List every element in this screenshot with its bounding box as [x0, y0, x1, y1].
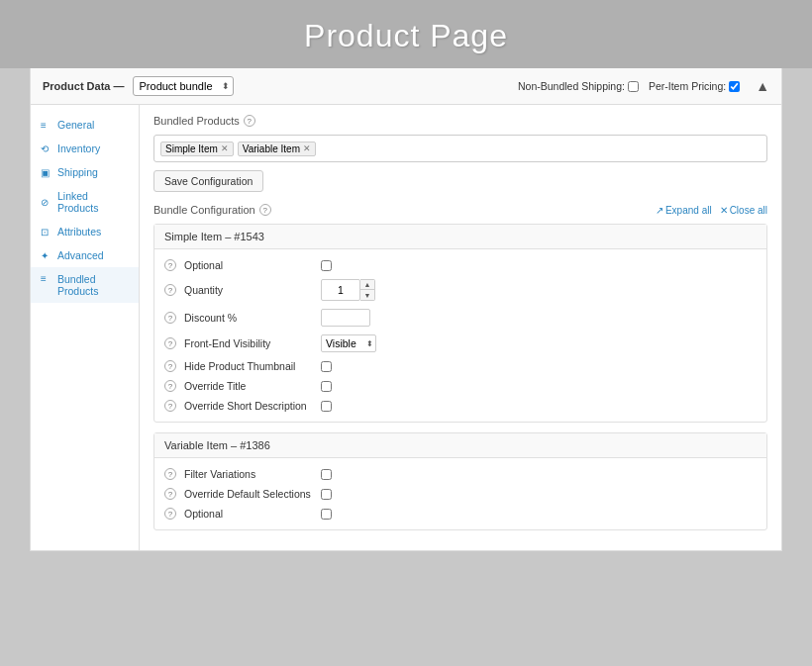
optional1-label: Optional: [184, 259, 313, 271]
optional2-help-icon[interactable]: ?: [164, 508, 176, 520]
override-title1-help-icon[interactable]: ?: [164, 380, 176, 392]
visibility1-label: Front-End Visibility: [184, 337, 313, 349]
bundle-item-variable: Variable Item – #1386 ? Filter Variation…: [153, 432, 767, 530]
filter-variations-checkbox[interactable]: [321, 469, 332, 480]
sidebar-item-inventory[interactable]: ⟲ Inventory: [31, 137, 139, 160]
tag-simple-item: Simple Item ✕: [160, 142, 234, 156]
shipping-icon: ▣: [41, 167, 52, 178]
quantity1-up[interactable]: ▲: [360, 280, 374, 290]
close-icon: ✕: [720, 205, 728, 216]
tag-simple-remove[interactable]: ✕: [221, 143, 229, 153]
collapse-icon[interactable]: ▲: [756, 78, 769, 94]
per-item-pricing-checkbox[interactable]: [729, 81, 740, 92]
bundle-item-simple: Simple Item – #1543 ? Optional ? Quantit…: [153, 224, 767, 423]
tags-input[interactable]: Simple Item ✕ Variable Item ✕: [153, 135, 767, 162]
tag-simple-label: Simple Item: [165, 143, 218, 154]
sidebar-item-shipping[interactable]: ▣ Shipping: [31, 160, 139, 184]
field-row-filter-variations: ? Filter Variations: [164, 464, 757, 484]
visibility1-wrapper[interactable]: Visible Hidden: [321, 334, 376, 352]
filter-variations-help-icon[interactable]: ?: [164, 468, 176, 480]
quantity1-input[interactable]: [321, 279, 360, 301]
hide-thumbnail1-label: Hide Product Thumbnail: [184, 360, 313, 372]
discount1-input[interactable]: [321, 309, 370, 327]
field-row-override-title1: ? Override Title: [164, 376, 757, 396]
page-header: Product Page: [0, 0, 812, 68]
quantity1-arrows: ▲ ▼: [360, 279, 375, 301]
sidebar-item-attributes[interactable]: ⊡ Attributes: [31, 220, 139, 243]
sidebar-item-advanced[interactable]: ✦ Advanced: [31, 243, 139, 267]
linked-products-icon: ⊘: [41, 197, 52, 208]
inventory-icon: ⟲: [41, 143, 52, 154]
override-desc1-checkbox[interactable]: [321, 401, 332, 412]
optional2-label: Optional: [184, 508, 313, 520]
bar-options: Non-Bundled Shipping: Per-Item Pricing: …: [518, 78, 769, 94]
bundle-config-title: Bundle Configuration ?: [153, 204, 271, 216]
bundle-item-variable-header: Variable Item – #1386: [154, 433, 766, 458]
bundle-item-simple-body: ? Optional ? Quantity ▲ ▼: [154, 249, 766, 422]
save-config-button[interactable]: Save Configuration: [153, 170, 263, 192]
sidebar-label-general: General: [57, 119, 94, 131]
optional1-help-icon[interactable]: ?: [164, 259, 176, 271]
bundled-products-icon: ≡: [41, 273, 52, 284]
product-data-label: Product Data —: [43, 80, 125, 92]
optional2-checkbox[interactable]: [321, 509, 332, 520]
expand-all-link[interactable]: ↗ Expand all: [656, 205, 712, 216]
tag-variable-remove[interactable]: ✕: [303, 143, 311, 153]
sidebar-item-bundled-products[interactable]: ≡ Bundled Products: [31, 267, 139, 303]
bundle-item-variable-body: ? Filter Variations ? Override Default S…: [154, 458, 766, 529]
filter-variations-label: Filter Variations: [184, 468, 313, 480]
bundle-config-help-icon[interactable]: ?: [259, 204, 271, 216]
sidebar-item-general[interactable]: ≡ General: [31, 113, 139, 137]
override-desc1-help-icon[interactable]: ?: [164, 400, 176, 412]
content-layout: ≡ General ⟲ Inventory ▣ Shipping ⊘ Linke…: [31, 105, 781, 550]
quantity1-down[interactable]: ▼: [360, 290, 374, 300]
bundle-config-header: Bundle Configuration ? ↗ Expand all ✕ Cl…: [153, 204, 767, 216]
advanced-icon: ✦: [41, 250, 52, 261]
tag-variable-label: Variable Item: [243, 143, 300, 154]
field-row-optional1: ? Optional: [164, 255, 757, 275]
override-title1-label: Override Title: [184, 380, 313, 392]
sidebar: ≡ General ⟲ Inventory ▣ Shipping ⊘ Linke…: [31, 105, 140, 550]
field-row-hide-thumbnail1: ? Hide Product Thumbnail: [164, 356, 757, 376]
field-row-quantity1: ? Quantity ▲ ▼: [164, 275, 757, 305]
per-item-pricing-label[interactable]: Per-Item Pricing:: [649, 80, 740, 92]
visibility1-help-icon[interactable]: ?: [164, 337, 176, 349]
product-bundle-select[interactable]: Product bundle: [133, 76, 234, 96]
override-default-checkbox[interactable]: [321, 489, 332, 500]
field-row-override-desc1: ? Override Short Description: [164, 396, 757, 416]
override-title1-checkbox[interactable]: [321, 381, 332, 392]
tag-variable-item: Variable Item ✕: [238, 142, 316, 156]
override-desc1-label: Override Short Description: [184, 400, 313, 412]
bundle-select-wrapper[interactable]: Product bundle: [133, 76, 234, 96]
sidebar-label-bundled: Bundled Products: [57, 273, 129, 297]
sidebar-label-linked: Linked Products: [57, 190, 129, 214]
bundle-item-simple-header: Simple Item – #1543: [154, 225, 766, 249]
sidebar-label-attributes: Attributes: [57, 226, 101, 238]
main-container: Product Data — Product bundle Non-Bundle…: [30, 68, 782, 551]
non-bundled-shipping-checkbox[interactable]: [628, 81, 639, 92]
override-default-label: Override Default Selections: [184, 488, 313, 500]
bundled-products-section-label: Bundled Products ?: [153, 115, 767, 127]
non-bundled-shipping-label[interactable]: Non-Bundled Shipping:: [518, 80, 639, 92]
sidebar-label-shipping: Shipping: [57, 166, 98, 178]
hide-thumbnail1-checkbox[interactable]: [321, 361, 332, 372]
quantity1-help-icon[interactable]: ?: [164, 284, 176, 296]
expand-collapse-links: ↗ Expand all ✕ Close all: [656, 205, 767, 216]
general-icon: ≡: [41, 120, 52, 131]
hide-thumbnail1-help-icon[interactable]: ?: [164, 360, 176, 372]
close-all-link[interactable]: ✕ Close all: [720, 205, 767, 216]
override-default-help-icon[interactable]: ?: [164, 488, 176, 500]
field-row-override-default: ? Override Default Selections: [164, 484, 757, 504]
discount1-help-icon[interactable]: ?: [164, 312, 176, 324]
expand-icon: ↗: [656, 205, 663, 216]
sidebar-item-linked-products[interactable]: ⊘ Linked Products: [31, 184, 139, 220]
optional1-checkbox[interactable]: [321, 260, 332, 271]
field-row-optional2: ? Optional: [164, 504, 757, 523]
attributes-icon: ⊡: [41, 227, 52, 238]
discount1-label: Discount %: [184, 312, 313, 324]
quantity1-label: Quantity: [184, 284, 313, 296]
bundled-products-help-icon[interactable]: ?: [244, 115, 255, 127]
visibility1-select[interactable]: Visible Hidden: [321, 334, 376, 352]
main-content: Bundled Products ? Simple Item ✕ Variabl…: [140, 105, 781, 550]
product-data-bar: Product Data — Product bundle Non-Bundle…: [31, 68, 781, 105]
